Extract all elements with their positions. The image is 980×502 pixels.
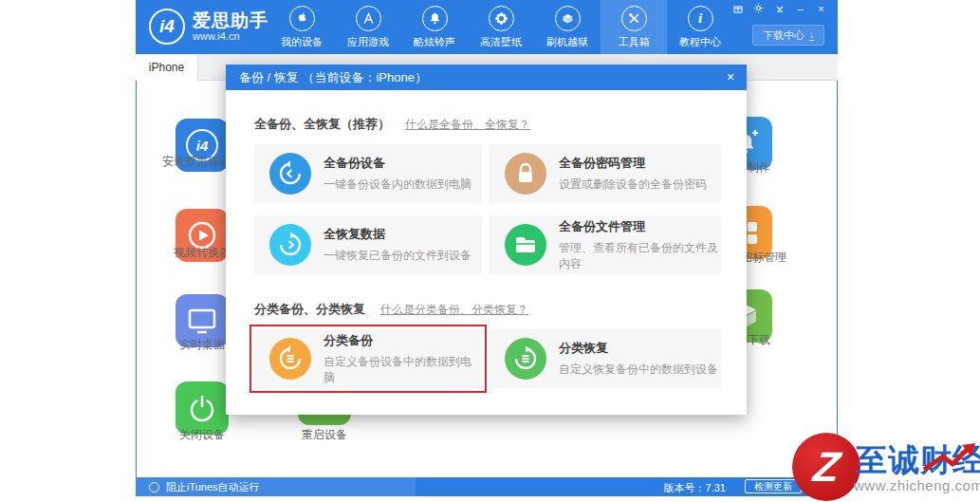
i4-logo-icon: i4 (149, 9, 185, 45)
folder-icon (505, 224, 546, 266)
block-itunes-label: 阻止iTunes自动运行 (166, 480, 260, 494)
download-arrow-icon: ↓ (809, 30, 814, 41)
nav-label: 刷机越狱 (546, 35, 588, 49)
bell-icon (422, 6, 448, 31)
nav-my-device[interactable]: 我的设备 (268, 0, 335, 54)
card-desc: 管理、查看所有已备份的文件及内容 (559, 240, 721, 272)
nav-label: 酷炫铃声 (414, 35, 455, 49)
card-backup-password-manager[interactable]: 全备份密码管理 设置或删除设备的全备份密码 (490, 144, 721, 203)
nav-label: 高清壁纸 (480, 35, 522, 49)
jailbreak-box-icon (555, 6, 581, 31)
card-title: 全备份设备 (324, 155, 472, 172)
main-nav: 我的设备 应用游戏 酷炫铃声 高清壁纸 (268, 0, 733, 54)
zhicheng-logo-icon: Z (792, 433, 860, 501)
lock-icon (505, 153, 546, 195)
nav-tutorials[interactable]: i 教程中心 (667, 0, 733, 54)
zhicheng-watermark: Z 至诚财经 www.zhicheng.com (789, 430, 980, 502)
card-title: 分类备份 (324, 332, 482, 349)
download-center-button[interactable]: 下载中心 ↓ (752, 25, 824, 46)
z-glyph: Z (810, 446, 841, 488)
card-full-restore-data[interactable]: 全恢复数据 一键恢复已备份的文件到设备 (254, 215, 482, 274)
card-backup-file-manager[interactable]: 全备份文件管理 管理、查看所有已备份的文件及内容 (490, 215, 721, 274)
tool-label: 关闭设备 (179, 427, 225, 443)
card-category-restore[interactable]: 分类恢复 自定义恢复备份中的数据到设备 (490, 329, 721, 388)
card-desc: 一键备份设备内的数据到电脑 (324, 177, 472, 193)
nav-app-games[interactable]: 应用游戏 (335, 0, 401, 54)
nav-label: 应用游戏 (347, 35, 389, 49)
nav-label: 教程中心 (679, 35, 721, 49)
card-category-backup[interactable]: 分类备份 自定义备份设备中的数据到电脑 (254, 329, 482, 388)
power-icon (187, 393, 217, 423)
what-is-full-backup-link[interactable]: 什么是全备份、全恢复？ (405, 117, 530, 133)
card-desc: 自定义恢复备份中的数据到设备 (559, 362, 718, 378)
minimize-icon[interactable]: – (795, 3, 805, 13)
card-title: 全恢复数据 (324, 226, 472, 243)
card-full-backup-device[interactable]: 全备份设备 一键备份设备内的数据到电脑 (254, 144, 482, 203)
status-bar: 阻止iTunes自动运行 版本号：7.31 检测更新 (136, 477, 838, 496)
close-icon[interactable]: × (816, 3, 826, 13)
restore-arrow-icon (269, 224, 311, 266)
nav-jailbreak[interactable]: 刷机越狱 (534, 0, 601, 54)
flower-icon (489, 6, 514, 31)
trend-arrow-icon (920, 441, 977, 474)
what-is-category-backup-link[interactable]: 什么是分类备份、分类恢复？ (380, 302, 528, 318)
appstore-icon (356, 6, 381, 31)
app-title: 爱思助手 (193, 11, 268, 31)
skin-icon[interactable] (774, 3, 785, 13)
nav-label: 我的设备 (281, 35, 323, 49)
version-label: 版本号：7.31 (664, 481, 726, 495)
nav-ringtones[interactable]: 酷炫铃声 (401, 0, 468, 54)
card-desc: 自定义备份设备中的数据到电脑 (324, 354, 482, 386)
card-desc: 一键恢复已备份的文件到设备 (324, 248, 472, 264)
nav-label: 工具箱 (619, 35, 650, 49)
watermark-url: www.zhicheng.com (854, 477, 980, 493)
download-center-label: 下载中心 (763, 28, 804, 43)
card-title: 全备份文件管理 (559, 218, 721, 235)
tool-label: 视频转换器 (174, 245, 231, 261)
app-url: www.i4.cn (193, 30, 268, 42)
tools-icon (621, 6, 647, 31)
screen: i4 爱思助手 www.i4.cn 我的设备 应用游戏 (0, 0, 980, 502)
card-desc: 设置或删除设备的全备份密码 (559, 177, 707, 193)
gift-icon[interactable] (732, 3, 743, 13)
modal-title: 备份 / 恢复 （当前设备：iPhone） (226, 65, 747, 90)
nav-toolbox[interactable]: 工具箱 (601, 0, 667, 54)
card-title: 分类恢复 (559, 340, 718, 357)
radio-circle-icon (149, 482, 159, 493)
app-logo: i4 爱思助手 www.i4.cn (149, 9, 268, 45)
nav-wallpapers[interactable]: 高清壁纸 (468, 0, 534, 54)
card-title: 全备份密码管理 (559, 155, 707, 172)
gear-icon[interactable] (753, 3, 764, 13)
tool-label: 实时桌面 (179, 337, 225, 353)
tool-label: 重启设备 (302, 427, 347, 443)
block-itunes-toggle[interactable]: 阻止iTunes自动运行 (136, 477, 416, 496)
apple-icon (289, 6, 315, 31)
window-controls: – × (732, 3, 826, 13)
app-header: i4 爱思助手 www.i4.cn 我的设备 应用游戏 (136, 0, 838, 54)
list-restore-icon (505, 338, 546, 380)
list-backup-icon (269, 338, 311, 380)
backup-arrow-icon (269, 153, 311, 195)
section-full-backup-heading: 全备份、全恢复（推荐） (254, 116, 390, 133)
info-icon: i (688, 6, 713, 31)
backup-restore-modal: 备份 / 恢复 （当前设备：iPhone） × 全备份、全恢复（推荐） 什么是全… (226, 65, 747, 415)
tab-iphone[interactable]: iPhone (136, 54, 198, 81)
modal-close-icon[interactable]: × (714, 65, 747, 90)
monitor-icon (187, 307, 217, 335)
section-category-backup-heading: 分类备份、分类恢复 (254, 301, 365, 318)
